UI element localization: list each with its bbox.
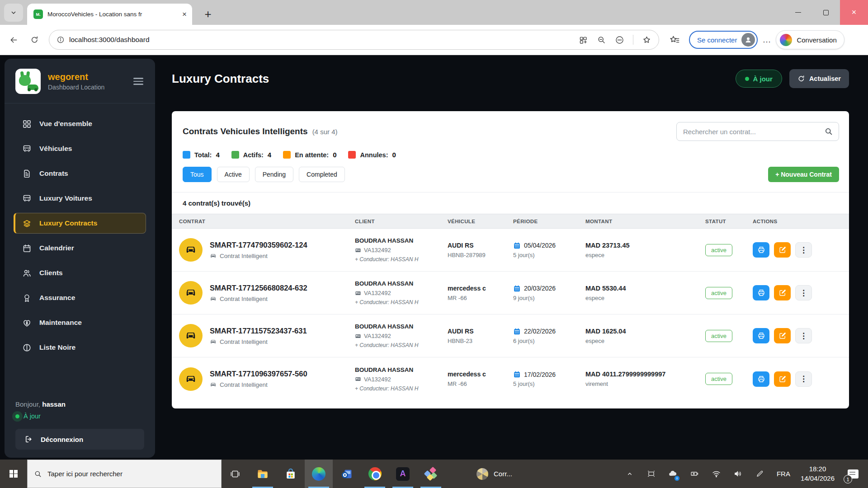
- amount: MAD 1625.04: [585, 328, 705, 335]
- sidebar-item-calendrier[interactable]: Calendrier: [14, 238, 146, 258]
- favorites-bar-button[interactable]: [665, 31, 684, 49]
- taskbar-app-store[interactable]: [277, 460, 305, 488]
- filter-completed[interactable]: Completed: [299, 167, 345, 182]
- zoom-out-icon[interactable]: [597, 35, 606, 45]
- car-icon: [210, 338, 217, 345]
- print-button[interactable]: [753, 242, 769, 258]
- car-icon: [210, 253, 217, 259]
- print-button[interactable]: [753, 371, 769, 387]
- more-tools-icon[interactable]: [615, 35, 624, 45]
- tray-volume-button[interactable]: [729, 460, 747, 488]
- print-button[interactable]: [753, 328, 769, 343]
- notification-count-badge: 1: [844, 475, 852, 483]
- stat-annules: Annules: 0: [348, 151, 396, 159]
- tab-close-icon[interactable]: ×: [182, 10, 187, 18]
- car-icon: [210, 381, 217, 388]
- close-button[interactable]: ×: [840, 0, 868, 25]
- uptodate-pill: À jour: [736, 70, 782, 88]
- heart-pulse-icon: [22, 318, 32, 328]
- edit-icon: [778, 375, 787, 383]
- row-menu-button[interactable]: ⋮: [795, 328, 812, 343]
- printer-icon: [757, 332, 765, 340]
- tray-wifi-button[interactable]: [708, 460, 726, 488]
- sidebar-item-vue-densemble[interactable]: Vue d'ensemble: [14, 113, 146, 134]
- tray-battery-button[interactable]: [686, 460, 704, 488]
- filter-tous[interactable]: Tous: [183, 167, 212, 182]
- wifi-icon: [712, 469, 721, 479]
- tab-search-button[interactable]: [4, 4, 23, 22]
- logout-button[interactable]: Déconnexion: [15, 429, 144, 450]
- back-button[interactable]: [5, 31, 23, 49]
- file-explorer-icon: [256, 468, 269, 480]
- filter-active[interactable]: Active: [217, 167, 250, 182]
- edit-button[interactable]: [774, 242, 791, 258]
- language-indicator[interactable]: FRA: [773, 460, 794, 488]
- split-screen-icon[interactable]: [579, 35, 588, 45]
- tray-chevron-up-button[interactable]: [621, 460, 639, 488]
- id-card-icon: [355, 290, 361, 296]
- contract-search-input[interactable]: [683, 128, 824, 136]
- sidebar-item-vehicules[interactable]: Véhicules: [14, 138, 146, 159]
- contract-avatar: [179, 281, 203, 305]
- orange-square-icon: [283, 151, 291, 159]
- favorite-star-icon[interactable]: [642, 35, 651, 45]
- tray-pen-button[interactable]: [751, 460, 769, 488]
- row-menu-button[interactable]: ⋮: [795, 285, 812, 300]
- table-row: SMART-1771157523437-631 Contrat Intellig…: [172, 314, 849, 357]
- url-bar[interactable]: localhost:3000/dashboard: [49, 30, 659, 50]
- settings-more-button[interactable]: …: [762, 35, 771, 45]
- edit-button[interactable]: [774, 371, 791, 387]
- payment-method: espece: [585, 338, 705, 344]
- conversation-button[interactable]: Conversation: [776, 30, 844, 49]
- task-view-button[interactable]: [222, 460, 249, 488]
- edit-button[interactable]: [774, 328, 791, 343]
- table-header: CONTRAT CLIENT VÉHICULE PÉRIODE MONTANT …: [172, 214, 849, 229]
- sidebar-item-contrats[interactable]: Contrats: [14, 163, 146, 184]
- row-menu-button[interactable]: ⋮: [795, 242, 812, 258]
- sidebar-item-assurance[interactable]: Assurance: [14, 287, 146, 308]
- car-icon: [210, 296, 217, 302]
- taskbar-app-explorer[interactable]: [249, 460, 277, 488]
- new-tab-button[interactable]: +: [200, 6, 216, 22]
- minimize-button[interactable]: [784, 0, 812, 25]
- cast-icon: [647, 469, 656, 478]
- print-button[interactable]: [753, 285, 769, 300]
- calendar-icon: [513, 285, 521, 292]
- favorites-list-icon: [669, 34, 680, 45]
- taskbar-clock[interactable]: 18:20 14/04/2026: [798, 460, 837, 488]
- reload-button[interactable]: [25, 31, 43, 49]
- sidebar-item-clients[interactable]: Clients: [14, 263, 146, 283]
- diamonds-app-icon: [424, 467, 438, 481]
- taskbar-app-diamonds[interactable]: [417, 460, 445, 488]
- maximize-button[interactable]: [812, 0, 840, 25]
- taskbar-app-chrome[interactable]: [361, 460, 389, 488]
- edit-button[interactable]: [774, 285, 791, 300]
- row-menu-button[interactable]: ⋮: [795, 371, 812, 387]
- signin-button[interactable]: Se connecter: [689, 31, 758, 49]
- url-text: localhost:3000/dashboard: [69, 36, 150, 44]
- sidebar-item-luxury-contracts[interactable]: Luxury Contracts: [14, 213, 146, 234]
- taskbar-search-input[interactable]: [47, 470, 215, 478]
- filter-row: Tous Active Pending Completed + Nouveau …: [183, 167, 839, 182]
- browser-toolbar: localhost:3000/dashboard Se connecter … …: [0, 25, 868, 55]
- sidebar-menu-button[interactable]: [132, 76, 145, 87]
- taskbar-app-a[interactable]: A: [389, 460, 417, 488]
- refresh-button[interactable]: Actualiser: [789, 69, 849, 88]
- driver-note: + Conducteur: HASSAN H: [355, 385, 448, 392]
- taskbar-app-outlook[interactable]: [333, 460, 361, 488]
- sidebar-item-liste-noire[interactable]: Liste Noire: [14, 337, 146, 358]
- notification-center-button[interactable]: 1: [841, 460, 865, 488]
- browser-tab[interactable]: M. MoroccoVehicles - Location sans fr ×: [27, 4, 192, 25]
- sidebar-item-luxury-voitures[interactable]: Luxury Voitures: [14, 188, 146, 209]
- tray-onedrive-button[interactable]: i: [664, 460, 682, 488]
- sidebar-item-maintenance[interactable]: Maintenance: [14, 312, 146, 333]
- search-icon[interactable]: [824, 127, 833, 136]
- calendar-icon: [513, 371, 521, 378]
- taskbar-app-edge[interactable]: [305, 460, 333, 488]
- tray-connect-button[interactable]: [642, 460, 660, 488]
- news-widget[interactable]: Corr...: [476, 460, 512, 488]
- start-button[interactable]: [0, 460, 27, 488]
- site-info-icon[interactable]: [57, 36, 65, 44]
- filter-pending[interactable]: Pending: [255, 167, 293, 182]
- new-contract-button[interactable]: + Nouveau Contrat: [768, 167, 839, 182]
